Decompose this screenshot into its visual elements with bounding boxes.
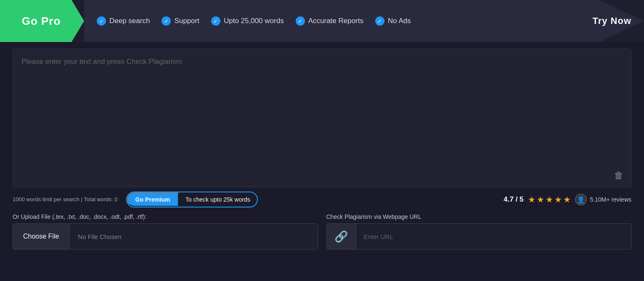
to-check-label: To check upto 25k words (179, 193, 257, 206)
clear-icon[interactable]: 🗑 (614, 170, 623, 181)
choose-file-button[interactable]: Choose File (13, 224, 69, 249)
feature-label-no-ads: No Ads (388, 17, 411, 25)
pro-features-bar: ✓ Deep search ✓ Support ✓ Upto 25,000 wo… (84, 0, 644, 42)
url-label: Check Plagiarism via Webpage URL (326, 213, 632, 220)
review-count-label: 5.10M+ reviews (590, 196, 631, 203)
url-input-row: 🔗 (326, 223, 632, 249)
premium-badge: Go Premium To check upto 25k words (126, 192, 258, 207)
reviewer-avatar: 👤 (575, 194, 587, 205)
url-col: Check Plagiarism via Webpage URL 🔗 (326, 213, 632, 249)
url-icon-box: 🔗 (327, 224, 356, 249)
feature-support: ✓ Support (162, 16, 199, 26)
star-4: ★ (554, 194, 562, 205)
upload-url-row: Or Upload File (.tex, .txt, .doc, .docx,… (13, 213, 631, 249)
feature-reports: ✓ Accurate Reports (296, 16, 363, 26)
feature-label-words: Upto 25,000 words (224, 17, 284, 25)
check-icon-support: ✓ (162, 16, 171, 26)
check-icon-words: ✓ (211, 16, 220, 26)
go-pro-button[interactable]: Go Pro (0, 0, 84, 42)
rating-score: 4.7 / 5 (504, 195, 523, 204)
plagiarism-text-input[interactable] (13, 49, 631, 187)
try-now-button[interactable]: Try Now (592, 16, 631, 26)
feature-deep-search: ✓ Deep search (97, 16, 150, 26)
star-3: ★ (546, 194, 553, 205)
rating-area: 4.7 / 5 ★ ★ ★ ★ ★ 👤 5.10M+ reviews (504, 194, 631, 205)
link-icon: 🔗 (334, 230, 348, 243)
upload-col: Or Upload File (.tex, .txt, .doc, .docx,… (13, 213, 318, 249)
url-input[interactable] (356, 224, 631, 249)
review-count: 👤 5.10M+ reviews (575, 194, 631, 205)
file-upload-area: Choose File No File Chosen (13, 223, 318, 249)
word-limit-text: 1000 words limit per search | Total word… (13, 196, 118, 203)
stars: ★ ★ ★ ★ ★ (528, 194, 571, 205)
main-content: 🗑 1000 words limit per search | Total wo… (0, 42, 644, 256)
pro-banner: Go Pro ✓ Deep search ✓ Support ✓ Upto 25… (0, 0, 644, 42)
no-file-label: No File Chosen (69, 224, 317, 249)
textarea-wrapper: 🗑 (13, 49, 631, 187)
star-2: ★ (537, 194, 544, 205)
feature-label-support: Support (174, 17, 199, 25)
go-premium-button[interactable]: Go Premium (127, 192, 179, 207)
star-1: ★ (528, 194, 535, 205)
feature-words: ✓ Upto 25,000 words (211, 16, 284, 26)
feature-label-reports: Accurate Reports (308, 17, 363, 25)
feature-no-ads: ✓ No Ads (375, 16, 411, 26)
star-5-half: ★ (563, 194, 571, 205)
bottom-bar: 1000 words limit per search | Total word… (13, 187, 631, 213)
upload-label: Or Upload File (.tex, .txt, .doc, .docx,… (13, 213, 318, 220)
check-icon-no-ads: ✓ (375, 16, 384, 26)
check-icon-deep-search: ✓ (97, 16, 106, 26)
check-icon-reports: ✓ (296, 16, 305, 26)
feature-label-deep-search: Deep search (109, 17, 150, 25)
